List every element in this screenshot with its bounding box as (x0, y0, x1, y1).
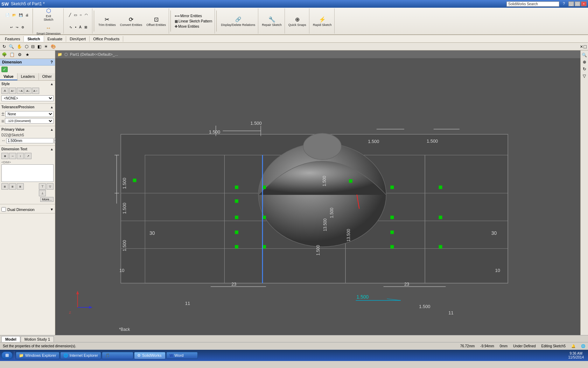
property-icon[interactable]: 📋 (8, 52, 15, 58)
taskbar-explorer[interactable]: 📁 Windows Explorer (16, 352, 59, 359)
tab-features[interactable]: Features (1, 36, 24, 42)
search-box[interactable]: SolidWorks Search (506, 1, 559, 7)
more-options-btn[interactable]: ▽ (47, 183, 54, 190)
primary-value-input[interactable] (6, 138, 54, 143)
config-icon[interactable]: ⚙ (16, 52, 23, 58)
insert-dim-btn[interactable]: ⊕ (1, 153, 8, 159)
close-view-btn[interactable]: × (580, 44, 583, 49)
maximize-button[interactable]: □ (575, 1, 580, 6)
tab-value[interactable]: Value (0, 73, 18, 80)
precision-dropdown[interactable]: .123 (Document) (5, 118, 54, 124)
style-btn-5[interactable]: A← (32, 88, 39, 94)
quick-snaps-button[interactable]: ⊕ Quick Snaps (287, 14, 308, 28)
point-btn[interactable]: • (74, 25, 77, 29)
align-left-btn[interactable]: ≡ (1, 183, 8, 190)
right-rotate-icon[interactable]: ↻ (581, 66, 588, 72)
style-btn-4[interactable]: A↓ (24, 88, 31, 94)
tolerance-dropdown[interactable]: None (5, 111, 54, 117)
rapid-sketch-button[interactable]: ⚡ Rapid Sketch (312, 14, 333, 28)
taskbar-media[interactable]: 🎵 (102, 352, 133, 359)
canvas-area[interactable]: 📁 ⬡ Part1 (Default<<Default>_... (55, 50, 580, 335)
repair-sketch-button[interactable]: 🔧 Repair Sketch (260, 14, 283, 28)
taskbar-word[interactable]: W Word (166, 352, 198, 359)
right-pan-icon[interactable]: ⊕ (581, 59, 588, 65)
open-btn[interactable]: 📂 (11, 13, 17, 17)
move-entities-button[interactable]: ✥ Move Entities (174, 24, 200, 29)
zoom-btn[interactable]: 🔍 (8, 44, 15, 49)
view3d-btn[interactable]: ⬡ (24, 44, 29, 49)
insert-diag-btn[interactable]: ↗ (24, 153, 31, 159)
pan-btn[interactable]: ✋ (16, 44, 23, 49)
right-filter-icon[interactable]: ▽ (581, 73, 588, 79)
tab-sketch[interactable]: Sketch (24, 36, 44, 42)
align-right-btn[interactable]: ≡ (17, 183, 24, 190)
float-view-btn[interactable]: □ (584, 44, 587, 49)
undo-btn[interactable]: ↩ (9, 25, 14, 29)
feature-tree-icon[interactable]: 🌳 (1, 52, 8, 58)
minimize-button[interactable]: _ (568, 1, 574, 6)
dim-text-header[interactable]: Dimension Text ▲ (1, 147, 54, 151)
tab-leaders[interactable]: Leaders (18, 73, 39, 80)
spline-btn[interactable]: ∿ (68, 25, 73, 29)
align-center-btn[interactable]: ≡ (9, 183, 16, 190)
dual-dim-checkbox[interactable] (1, 207, 6, 212)
smart-dimension-button[interactable]: ↔ Smart Dimension (35, 23, 62, 36)
new-btn[interactable]: 📄 (5, 13, 10, 17)
style-collapse-icon[interactable]: ▲ (50, 82, 54, 86)
primary-value-collapse-icon[interactable]: ▲ (50, 128, 54, 131)
circle-btn[interactable]: ○ (79, 13, 83, 17)
start-button[interactable]: ⊞ (1, 352, 13, 359)
line-btn[interactable]: ╱ (68, 13, 72, 17)
print-btn[interactable]: 🖨 (24, 13, 30, 17)
mirror-entities-button[interactable]: ⟺ Mirror Entities (174, 14, 203, 18)
close-panel-icon[interactable]: ? (50, 60, 53, 64)
dim-text-textarea[interactable] (1, 164, 54, 182)
drawing-canvas[interactable]: 1.500 1.500 1.500 1.500 1.500 1.500 1.50… (55, 58, 580, 335)
tab-other[interactable]: Other (39, 73, 56, 80)
model-tab[interactable]: Model (1, 336, 20, 342)
offset-entities-button[interactable]: ⊡ Offset Entities (145, 14, 167, 28)
style-dropdown[interactable]: <NONE> (1, 95, 54, 101)
tab-evaluate[interactable]: Evaluate (44, 36, 66, 42)
valign-top-btn[interactable]: ⊤ (39, 183, 46, 190)
text-btn[interactable]: A (78, 25, 83, 29)
motion-study-tab[interactable]: Motion Study 1 (21, 336, 54, 342)
options-btn[interactable]: ⚙ (20, 25, 25, 29)
display-delete-button[interactable]: 🔗 Display/Delete Relations (219, 14, 257, 28)
construction-btn[interactable]: ⊠ (83, 25, 88, 29)
favorites-icon[interactable]: ★ (24, 52, 31, 58)
linear-sketch-button[interactable]: ▦ Linear Sketch Pattern (174, 19, 213, 23)
tab-office-products[interactable]: Office Products (90, 36, 123, 42)
arc-btn[interactable]: ◠ (84, 13, 89, 17)
taskbar-ie[interactable]: 🌐 Internet Explorer (60, 352, 101, 359)
save-btn[interactable]: 💾 (18, 13, 24, 17)
redo-btn[interactable]: ↪ (15, 25, 20, 29)
appear-btn[interactable]: 🎨 (50, 44, 57, 49)
convert-entities-button[interactable]: ⟳ Convert Entities (119, 14, 144, 28)
lights-btn[interactable]: ☀ (43, 44, 49, 49)
exit-sketch-button[interactable]: ⬡ Exit Sketch (42, 6, 56, 22)
dual-dim-collapse-icon[interactable]: ▼ (50, 207, 54, 211)
taskbar-solidworks[interactable]: ⚙ SolidWorks (134, 352, 166, 359)
section-view-btn[interactable]: ⊟ (30, 44, 36, 49)
rotate-btn[interactable]: ↻ (1, 44, 7, 49)
style-btn-3[interactable]: →A (17, 88, 24, 94)
tolerance-header[interactable]: Tolerance/Precision ▲ (1, 105, 54, 109)
primary-value-header[interactable]: Primary Value ▲ (1, 128, 54, 131)
insert-vert-btn[interactable]: ↕ (17, 153, 24, 159)
style-btn-2[interactable]: A↑ (9, 88, 16, 94)
valign-mid-btn[interactable]: ⊥ (39, 190, 46, 196)
ok-button[interactable]: ✓ (1, 67, 8, 72)
style-header[interactable]: Style ▲ (1, 82, 54, 86)
dim-text-collapse-icon[interactable]: ▲ (50, 147, 54, 151)
close-button[interactable]: × (581, 1, 587, 6)
display-style-btn[interactable]: ◧ (36, 44, 42, 49)
tolerance-collapse-icon[interactable]: ▲ (50, 105, 54, 109)
more-button[interactable]: More... (40, 197, 54, 202)
rect-btn[interactable]: ▭ (73, 13, 78, 17)
tab-dimxpert[interactable]: DimXpert (66, 36, 90, 42)
insert-horz-btn[interactable]: ↔ (9, 153, 16, 159)
right-zoom-icon[interactable]: 🔍 (581, 52, 588, 58)
trim-entities-button[interactable]: ✂ Trim Entities (97, 14, 117, 28)
style-btn-1[interactable]: A (1, 88, 8, 94)
